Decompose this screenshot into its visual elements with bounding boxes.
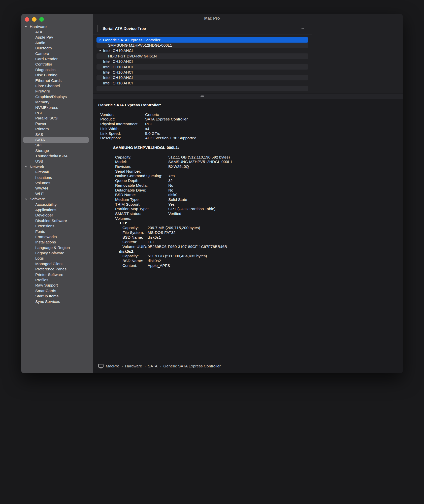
sidebar-item-label: Memory bbox=[35, 100, 49, 104]
sidebar-item-graphics-displays[interactable]: Graphics/Displays bbox=[21, 94, 93, 99]
sidebar-item-sync-services[interactable]: Sync Services bbox=[21, 299, 93, 304]
sidebar-item-fibre-channel[interactable]: Fibre Channel bbox=[21, 83, 93, 88]
sidebar-item-logs[interactable]: Logs bbox=[21, 256, 93, 261]
device-tree-row-label: Generic SATA Express Controller bbox=[103, 38, 160, 42]
sidebar-item-disc-burning[interactable]: Disc Burning bbox=[21, 73, 93, 78]
sidebar-item-extensions[interactable]: Extensions bbox=[21, 223, 93, 229]
splitter-handle-icon[interactable] bbox=[201, 96, 204, 97]
sidebar-item-frameworks[interactable]: Frameworks bbox=[21, 234, 93, 239]
breadcrumb-item-macpro[interactable]: MacPro bbox=[106, 364, 119, 368]
device-tree-row-hl-dt-st-dvd-rw-gh61n[interactable]: HL-DT-ST DVD-RW GH61N bbox=[96, 53, 308, 59]
device-tree-row-intel-ich10-ahci[interactable]: Intel ICH10 AHCI bbox=[96, 80, 308, 86]
sidebar-item-firewire[interactable]: FireWire bbox=[21, 89, 93, 94]
sidebar-item-label: Disc Burning bbox=[35, 73, 57, 77]
sidebar-item-disabled-software[interactable]: Disabled Software bbox=[21, 218, 93, 223]
sidebar-item-raw-support[interactable]: Raw Support bbox=[21, 283, 93, 288]
sidebar-item-bluetooth[interactable]: Bluetooth bbox=[21, 46, 93, 51]
sidebar-item-camera[interactable]: Camera bbox=[21, 51, 93, 56]
sidebar-item-label: Firewall bbox=[35, 170, 49, 174]
details-section-controller: Generic SATA Express Controller:Vendor:G… bbox=[98, 103, 403, 141]
system-information-window: Mac Pro HardwareATAApple PayAudioBluetoo… bbox=[21, 14, 403, 373]
sidebar-item-card-reader[interactable]: Card Reader bbox=[21, 56, 93, 61]
pane-splitter[interactable] bbox=[93, 93, 403, 99]
sidebar-item-sata[interactable]: SATA bbox=[21, 137, 93, 142]
sidebar-item-profiles[interactable]: Profiles bbox=[21, 277, 93, 282]
sidebar-item-label: Card Reader bbox=[35, 57, 58, 61]
sidebar-item-label: Applications bbox=[35, 208, 56, 212]
chevron-up-icon[interactable] bbox=[301, 27, 304, 30]
sidebar-item-hardware[interactable]: Hardware bbox=[21, 24, 93, 29]
sidebar-item-spi[interactable]: SPI bbox=[21, 143, 93, 148]
device-tree-row-empty bbox=[96, 86, 308, 91]
sidebar-item-label: SAS bbox=[35, 132, 43, 137]
sidebar-item-audio[interactable]: Audio bbox=[21, 40, 93, 45]
sidebar-item-firewall[interactable]: Firewall bbox=[21, 170, 93, 175]
detail-value: No bbox=[168, 183, 173, 188]
sidebar-item-sas[interactable]: SAS bbox=[21, 132, 93, 137]
sidebar-item-applications[interactable]: Applications bbox=[21, 207, 93, 212]
detail-row-trim-support: TRIM Support:Yes bbox=[115, 202, 403, 207]
sidebar-item-pci[interactable]: PCI bbox=[21, 110, 93, 115]
sidebar-item-nvmexpress[interactable]: NVMExpress bbox=[21, 105, 93, 110]
detail-row-partition-map-type: Partition Map Type:GPT (GUID Partition T… bbox=[115, 207, 403, 211]
sidebar-item-ethernet-cards[interactable]: Ethernet Cards bbox=[21, 78, 93, 83]
detail-row-model: Model:SAMSUNG MZHPV512HDGL-000L1 bbox=[115, 160, 403, 164]
chevron-down-icon[interactable] bbox=[25, 165, 27, 168]
sidebar-item-accessibility[interactable]: Accessibility bbox=[21, 202, 93, 207]
sidebar-item-managed-client[interactable]: Managed Client bbox=[21, 261, 93, 266]
sidebar-item-volumes[interactable]: Volumes bbox=[21, 180, 93, 185]
device-tree-row-label: SAMSUNG MZHPV512HDGL-000L1 bbox=[108, 43, 172, 48]
sidebar-item-developer[interactable]: Developer bbox=[21, 213, 93, 218]
chevron-down-icon[interactable] bbox=[99, 49, 101, 52]
device-tree-row-intel-ich10-ahci[interactable]: Intel ICH10 AHCI bbox=[96, 64, 308, 70]
sidebar-item-ata[interactable]: ATA bbox=[21, 29, 93, 35]
sidebar-item-printers[interactable]: Printers bbox=[21, 126, 93, 132]
detail-value: Generic bbox=[145, 112, 159, 117]
device-tree-row-generic-sata-express-controller[interactable]: Generic SATA Express Controller bbox=[96, 37, 308, 43]
detail-value: disk0s2 bbox=[148, 259, 161, 263]
detail-key: Volumes: bbox=[115, 216, 168, 221]
breadcrumb-item-hardware[interactable]: Hardware bbox=[125, 364, 142, 368]
sidebar-item-storage[interactable]: Storage bbox=[21, 148, 93, 153]
sidebar-item-fonts[interactable]: Fonts bbox=[21, 229, 93, 234]
sidebar-item-diagnostics[interactable]: Diagnostics bbox=[21, 67, 93, 72]
sidebar-item-controller[interactable]: Controller bbox=[21, 62, 93, 67]
chevron-down-icon[interactable] bbox=[25, 198, 27, 201]
sidebar-item-thunderbolt-usb4[interactable]: Thunderbolt/USB4 bbox=[21, 153, 93, 159]
sidebar-item-language-region[interactable]: Language & Region bbox=[21, 245, 93, 250]
sidebar-item-preference-panes[interactable]: Preference Panes bbox=[21, 267, 93, 272]
breadcrumb-item-sata[interactable]: SATA bbox=[148, 364, 157, 368]
breadcrumb-item-generic-sata-express-controller[interactable]: Generic SATA Express Controller bbox=[163, 364, 221, 368]
sidebar-item-installations[interactable]: Installations bbox=[21, 240, 93, 245]
detail-key: Description: bbox=[100, 136, 145, 141]
sidebar-item-label: Printer Software bbox=[35, 272, 63, 277]
device-tree-row-samsung-mzhpv512hdgl-000l1[interactable]: SAMSUNG MZHPV512HDGL-000L1 bbox=[96, 43, 308, 48]
device-tree-row-intel-ich10-ahci[interactable]: Intel ICH10 AHCI bbox=[96, 70, 308, 75]
sidebar-item-apple-pay[interactable]: Apple Pay bbox=[21, 35, 93, 40]
sidebar-item-network[interactable]: Network bbox=[21, 164, 93, 169]
device-tree-row-label: Intel ICH10 AHCI bbox=[103, 70, 133, 75]
sidebar-item-label: WWAN bbox=[35, 186, 48, 191]
device-tree-row-intel-ich10-ahci[interactable]: Intel ICH10 AHCI bbox=[96, 75, 308, 80]
detail-value: GPT (GUID Partition Table) bbox=[168, 207, 215, 211]
sidebar-item-startup-items[interactable]: Startup Items bbox=[21, 294, 93, 299]
sidebar-item-memory[interactable]: Memory bbox=[21, 99, 93, 105]
sidebar-item-wi-fi[interactable]: Wi-Fi bbox=[21, 191, 93, 196]
sidebar-item-parallel-scsi[interactable]: Parallel SCSI bbox=[21, 116, 93, 121]
detail-row-content: Content:EFI bbox=[122, 240, 403, 244]
sidebar-item-software[interactable]: Software bbox=[21, 197, 93, 202]
sidebar-item-smartcards[interactable]: SmartCards bbox=[21, 288, 93, 293]
sidebar-item-locations[interactable]: Locations bbox=[21, 175, 93, 180]
sidebar-item-power[interactable]: Power bbox=[21, 121, 93, 126]
chevron-down-icon[interactable] bbox=[25, 25, 27, 28]
sidebar-item-legacy-software[interactable]: Legacy Software bbox=[21, 250, 93, 256]
sidebar-item-usb[interactable]: USB bbox=[21, 159, 93, 164]
device-tree-row-intel-ich10-ahci[interactable]: Intel ICH10 AHCI bbox=[96, 48, 308, 53]
device-tree-row-intel-ich10-ahci[interactable]: Intel ICH10 AHCI bbox=[96, 59, 308, 64]
section-title: disk0s2: bbox=[119, 249, 403, 254]
sidebar-item-wwan[interactable]: WWAN bbox=[21, 186, 93, 191]
sidebar-item-printer-software[interactable]: Printer Software bbox=[21, 272, 93, 277]
detail-key: Volume UUID: bbox=[122, 244, 148, 249]
chevron-down-icon[interactable] bbox=[99, 39, 101, 41]
sidebar-item-label: Profiles bbox=[35, 278, 48, 282]
